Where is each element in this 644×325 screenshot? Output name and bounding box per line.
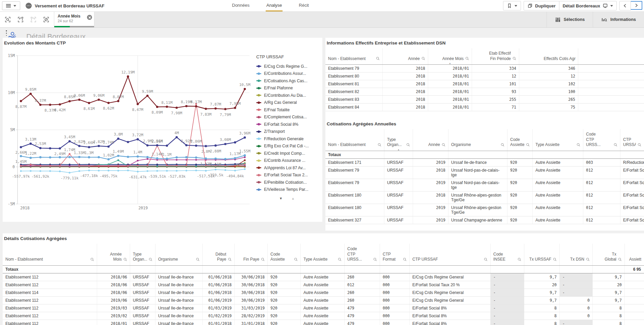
cell[interactable]: - [491,281,524,289]
cell[interactable] [578,72,644,80]
data-point[interactable] [214,144,217,147]
cell[interactable]: Autre Assiette [301,312,345,320]
cell[interactable]: 346 [519,65,578,72]
table-row[interactable]: Etablissement 7920182018/01334346 [325,65,644,72]
cell[interactable]: Urssaf Rhône-alpes-gestion Tge/Ge [448,204,507,216]
search-icon[interactable] [90,257,94,262]
cell[interactable]: Etablissement 79 [325,65,383,72]
cell[interactable]: 6 95 [625,266,644,273]
legend-item[interactable]: E/Cotisations Ags Cas... [256,77,318,85]
cell[interactable]: URSSAF [384,204,413,216]
data-point[interactable] [78,145,81,147]
cell[interactable]: 334 [472,65,519,72]
data-point[interactable] [176,165,177,167]
table-row[interactable]: Etablissement 1142018/06URSSAFUrssaf Ile… [3,289,644,297]
cell[interactable]: 2019 [413,159,448,166]
data-point[interactable] [234,141,236,144]
cell[interactable] [97,266,130,273]
cell[interactable]: E/Forfait Soc [620,216,644,224]
cell[interactable]: 12 [472,72,519,80]
cell[interactable]: 920 [268,320,301,325]
data-point[interactable] [176,159,177,161]
search-icon[interactable] [613,143,618,147]
data-point[interactable] [137,171,139,172]
data-point[interactable] [127,141,129,143]
data-point[interactable] [195,145,197,147]
cell[interactable]: 01/03/2019 [203,304,235,312]
data-point[interactable] [185,105,187,108]
data-point[interactable] [166,106,168,108]
data-point[interactable] [59,171,61,172]
column-header[interactable]: Code CTP URSS... [583,129,620,151]
tab-recit[interactable]: Récit [298,0,310,11]
duplicate-button[interactable]: Dupliquer [524,1,559,10]
cell[interactable] [491,266,524,273]
cell[interactable]: 000 [380,320,410,325]
data-point[interactable] [39,165,41,166]
data-point[interactable] [185,156,187,158]
data-point[interactable] [156,164,158,165]
cell[interactable]: 01/06/2018 [203,289,235,296]
cell[interactable]: E/Csg Crds Regime General [410,273,491,281]
cell[interactable]: 2018 [383,104,428,111]
table-row[interactable]: Etablissement 1122018/06URSSAFUrssaf Ile… [3,273,644,281]
table-row[interactable]: Etablissement 1122019/06URSSAFUrssaf Ile… [3,297,644,304]
column-header[interactable]: Nom - Etablissement [3,244,97,265]
cell[interactable]: 2019/06 [97,297,130,304]
cell[interactable]: Urssaf Ile-de-france [155,289,203,296]
cell[interactable]: 2019 [413,204,448,216]
cell[interactable]: E/Forfait Social 8% [410,320,491,325]
data-point[interactable] [137,103,139,105]
cell[interactable] [620,151,644,158]
cell[interactable]: 8 [524,304,560,312]
cell[interactable]: 2018/01 [428,88,472,95]
data-point[interactable] [214,157,217,160]
data-point[interactable] [49,104,51,106]
column-header[interactable]: Code Assiette [268,244,301,265]
data-point[interactable] [127,165,129,167]
column-header[interactable]: Assiett [625,244,644,265]
cell[interactable]: 01/06/2018 [203,273,235,281]
data-point[interactable] [98,170,99,171]
cell[interactable] [625,297,644,304]
data-point[interactable] [215,169,216,170]
search-icon[interactable] [586,257,590,262]
data-point[interactable] [108,170,109,171]
table-row[interactable]: Etablissement 8420182018/017175 [325,104,644,111]
cell[interactable]: 101 [472,80,519,88]
cell[interactable]: 01/01/2018 [203,320,235,325]
table-row[interactable]: Etablissement 180URSSAF2018Urssaf Rhône-… [325,191,644,204]
legend-item[interactable]: E/Contributions Assur... [256,70,318,78]
data-point[interactable] [20,155,22,157]
cell[interactable]: 2019/02 [97,312,130,320]
table-row[interactable]: Etablissement 171URSSAF2019Urssaf Ile-de… [325,159,644,167]
table-row[interactable]: Etablissement 180URSSAF2019Urssaf Rhône-… [325,204,644,216]
table-row[interactable]: Etablissement 327URSSAF2019Urssaf Champa… [325,216,644,224]
data-point[interactable] [234,107,236,109]
data-point[interactable] [20,146,22,148]
cell[interactable] [235,266,268,273]
cell[interactable]: 920 [507,191,533,204]
cell[interactable]: 2018/06 [97,273,130,281]
cell[interactable]: 2018 [383,80,428,88]
search-icon[interactable] [465,56,469,61]
table-row[interactable]: Etablissement 8320182018/01255265 [325,96,644,104]
data-point[interactable] [49,165,51,167]
data-point[interactable] [117,159,119,161]
cell[interactable]: 0 [560,297,593,304]
cell[interactable]: 75 [519,104,578,111]
column-header[interactable]: Etab Effectif Fin Période [472,48,519,64]
cell[interactable]: E/Forfait Soc [620,179,644,191]
data-point[interactable] [234,165,236,166]
data-point[interactable] [68,100,71,102]
column-header[interactable]: Nom - Etablissement [325,48,383,64]
cell[interactable]: 20 [524,281,560,289]
column-header[interactable]: Code INSEE [491,244,524,265]
search-icon[interactable] [403,257,407,262]
cell[interactable]: 920 [507,167,533,179]
cell[interactable]: E/Forfait Soc [620,204,644,216]
column-header[interactable]: Organisme [155,244,203,265]
data-point[interactable] [127,170,129,171]
cell[interactable]: 479 [345,312,380,320]
table-row[interactable]: Etablissement 79URSSAF2019Urssaf Nord-pa… [325,179,644,191]
